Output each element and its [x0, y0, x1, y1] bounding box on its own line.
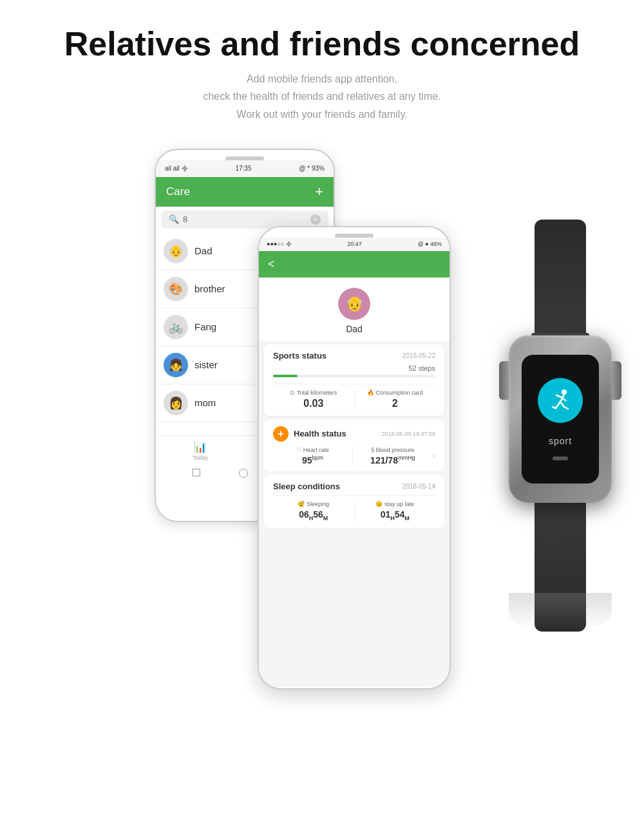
- watch-reflection: [509, 593, 612, 632]
- app-title: Care: [166, 185, 190, 198]
- contact-name: Fang: [194, 321, 216, 332]
- header-section: Relatives and friends concerned Add mobi…: [0, 0, 644, 136]
- health-header: + Health status 2018-05-09 18:47:58: [273, 426, 435, 442]
- progress-fill: [273, 375, 298, 377]
- sports-card: Sports status 2018-05-22 52 steps ⊙ Tota…: [264, 344, 444, 416]
- search-value: 8: [183, 214, 187, 224]
- avatar: 🚲: [164, 315, 188, 339]
- contact-name: mom: [194, 397, 216, 408]
- total-km-value: 0.03: [273, 398, 354, 409]
- contact-name: sister: [194, 359, 218, 370]
- smartwatch: sport: [496, 220, 625, 619]
- back-button[interactable]: <: [268, 258, 275, 271]
- sleep-title: Sleep conditions: [273, 482, 340, 491]
- watch-dot-indicator: [553, 456, 568, 460]
- svg-line-6: [553, 407, 556, 408]
- contact-name: Dad: [194, 245, 213, 256]
- case-accent-right: [612, 361, 621, 400]
- heart-rate-stat: ♡ Heart rate 95bpm: [273, 447, 352, 465]
- heart-rate-label: ♡ Heart rate: [273, 447, 352, 453]
- health-date: 2018-05-09 18:47:58: [381, 431, 435, 437]
- phone-front: ●●●○○ 令 20:47 @ ● 46% < 👴 Dad: [258, 226, 451, 690]
- profile-section: 👴 Dad: [259, 277, 450, 341]
- today-icon: 📊: [156, 441, 245, 453]
- contact-name: brother: [194, 283, 225, 294]
- watch-activity-icon: [538, 378, 583, 423]
- content-area: ail ail 令 17:35 @ * 93% Care + 🔍 8 ✕ 👴 D…: [0, 136, 644, 805]
- blood-pressure-stat: § blood pressure 121/78mmHg: [353, 447, 432, 465]
- consumption-stat: 🔥 Consumption card 2: [355, 390, 436, 409]
- avatar: 🎨: [164, 277, 188, 301]
- stayup-stat: 😑 stay up late 01H54M: [355, 501, 436, 521]
- svg-line-2: [556, 395, 562, 397]
- runner-svg: [547, 388, 573, 413]
- health-card: + Health status 2018-05-09 18:47:58 ♡ He…: [264, 420, 444, 472]
- health-title: Health status: [294, 429, 346, 438]
- watch-case: sport: [509, 335, 612, 503]
- smartwatch-container: sport: [483, 168, 638, 670]
- blood-pressure-label: § blood pressure: [353, 447, 432, 453]
- profile-name: Dad: [346, 324, 363, 334]
- sleeping-stat: 😴 Sleeping 06H56M: [273, 501, 354, 521]
- avatar: 👴: [164, 239, 188, 263]
- sleep-header: Sleep conditions 2018-05-14: [273, 482, 435, 491]
- subtitle: Add mobile friends app attention, check …: [26, 70, 618, 123]
- total-km-stat: ⊙ Total kilometers 0.03: [273, 390, 354, 409]
- svg-line-4: [556, 402, 560, 408]
- sleep-card: Sleep conditions 2018-05-14 😴 Sleeping 0…: [264, 475, 444, 528]
- nav-today[interactable]: 📊 Today: [156, 441, 245, 461]
- search-icon: 🔍: [169, 214, 179, 224]
- stats-row: ⊙ Total kilometers 0.03 🔥 Consumption ca…: [273, 384, 435, 409]
- sleeping-label: 😴 Sleeping: [273, 501, 354, 507]
- avatar: 👩: [164, 391, 188, 415]
- watch-label: sport: [549, 436, 572, 446]
- total-km-label: ⊙ Total kilometers: [273, 390, 354, 396]
- progress-bar: [273, 375, 435, 377]
- profile-avatar: 👴: [338, 288, 370, 320]
- clear-search-button[interactable]: ✕: [310, 214, 321, 225]
- band-top: [535, 220, 586, 335]
- battery-icon-2: @ ● 46%: [417, 241, 442, 247]
- blood-pressure-value: 121/78mmHg: [353, 455, 432, 465]
- watch-screen: sport: [522, 355, 599, 483]
- add-button[interactable]: +: [315, 183, 323, 200]
- case-accent-left: [499, 361, 509, 400]
- page-title: Relatives and friends concerned: [26, 26, 618, 62]
- steps-display: 52 steps: [273, 364, 435, 372]
- status-bar-back: ail ail 令 17:35 @ * 93%: [156, 160, 334, 177]
- sleep-stats-row: 😴 Sleeping 06H56M 😑 stay up late 01H54M: [273, 495, 435, 521]
- status-bar-front: ●●●○○ 令 20:47 @ ● 46%: [259, 238, 450, 251]
- app-header-detail: <: [259, 251, 450, 277]
- signal-icon: ail ail 令: [165, 164, 188, 173]
- sleep-date: 2018-05-14: [402, 483, 435, 490]
- sports-title: Sports status: [273, 351, 327, 361]
- consumption-label: 🔥 Consumption card: [355, 390, 436, 396]
- time-display-2: 20:47: [347, 241, 362, 247]
- health-stats-row: ♡ Heart rate 95bpm § blood pressure 121/…: [273, 447, 435, 465]
- detail-content: 👴 Dad Sports status 2018-05-22 52 steps: [259, 277, 450, 687]
- add-health-button[interactable]: +: [273, 426, 289, 442]
- circle-icon: [239, 469, 248, 478]
- sports-date: 2018-05-22: [402, 352, 435, 359]
- signal-icon-2: ●●●○○ 令: [267, 240, 292, 249]
- svg-line-5: [560, 402, 564, 407]
- stayup-label: 😑 stay up late: [355, 501, 436, 507]
- app-header: Care +: [156, 177, 334, 207]
- card-header: Sports status 2018-05-22: [273, 351, 435, 361]
- checkbox-icon: [193, 469, 200, 476]
- time-display: 17:35: [235, 165, 251, 172]
- nav-today-label: Today: [193, 455, 208, 461]
- heart-rate-value: 95bpm: [273, 455, 352, 465]
- battery-icon: @ * 93%: [299, 165, 325, 172]
- consumption-value: 2: [355, 398, 436, 409]
- avatar: 👧: [164, 353, 188, 377]
- stayup-value: 01H54M: [355, 509, 436, 521]
- sleeping-value: 06H56M: [273, 509, 354, 521]
- svg-line-7: [564, 407, 568, 409]
- phones-container: ail ail 令 17:35 @ * 93% Care + 🔍 8 ✕ 👴 D…: [142, 149, 502, 780]
- chevron-right-icon: ›: [432, 451, 435, 461]
